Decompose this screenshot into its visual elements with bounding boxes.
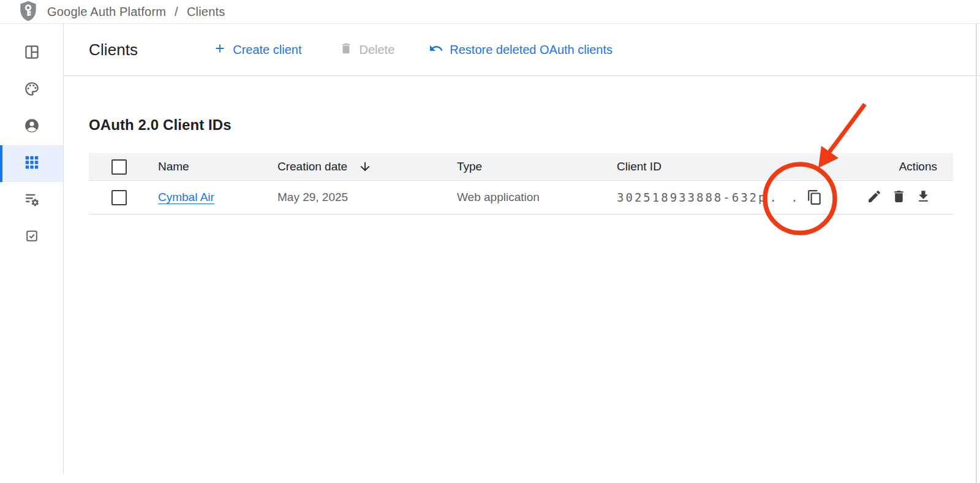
sidebar-item-audience[interactable]	[0, 108, 63, 145]
delete-button[interactable]: Delete	[339, 42, 394, 58]
trash-icon	[891, 189, 907, 206]
page-header: Clients Create client Delete Restore del…	[64, 24, 980, 76]
table-header-row: Name Creation date Type Client ID Action…	[89, 153, 953, 181]
restore-clients-button[interactable]: Restore deleted OAuth clients	[429, 41, 612, 59]
undo-icon	[429, 41, 443, 59]
breadcrumb-separator: /	[175, 5, 178, 19]
column-header-name[interactable]: Name	[158, 160, 277, 173]
table-row: Cymbal Air May 29, 2025 Web application …	[89, 181, 953, 215]
sidebar	[0, 24, 64, 474]
breadcrumb-page: Clients	[187, 5, 225, 19]
row-checkbox[interactable]	[111, 190, 127, 205]
oauth-clients-table: Name Creation date Type Client ID Action…	[89, 153, 953, 215]
column-header-actions: Actions	[862, 160, 953, 173]
breadcrumb-product[interactable]: Google Auth Platform	[47, 5, 166, 19]
download-icon	[916, 189, 931, 206]
creation-date-cell: May 29, 2025	[277, 191, 457, 204]
client-id-ellipsis: . .	[769, 191, 801, 204]
column-header-type[interactable]: Type	[457, 160, 617, 173]
breadcrumb: Google Auth Platform / Clients	[47, 5, 225, 19]
dashboard-icon	[24, 44, 40, 63]
checkbox-check-icon	[24, 229, 39, 246]
section-title: OAuth 2.0 Client IDs	[89, 116, 980, 134]
person-icon	[24, 118, 40, 136]
list-gear-icon	[24, 191, 40, 210]
sidebar-item-overview[interactable]	[0, 35, 63, 72]
sort-descending-icon	[358, 160, 372, 173]
create-client-button[interactable]: Create client	[213, 42, 301, 58]
palette-icon	[24, 81, 40, 99]
download-client-button[interactable]	[916, 189, 931, 206]
type-cell: Web application	[457, 191, 617, 204]
client-name-link[interactable]: Cymbal Air	[158, 191, 214, 203]
sidebar-item-branding[interactable]	[0, 72, 63, 108]
client-id-cell: 302518933888-632p . .	[617, 189, 862, 205]
client-id-value: 302518933888-632p	[617, 191, 767, 204]
top-bar: Google Auth Platform / Clients	[0, 0, 980, 24]
main-content: Clients Create client Delete Restore del…	[64, 24, 980, 483]
column-header-creation-date[interactable]: Creation date	[277, 160, 457, 173]
trash-icon	[339, 42, 353, 58]
column-header-client-id[interactable]: Client ID	[617, 160, 862, 173]
page-title: Clients	[89, 40, 138, 59]
shield-key-icon	[18, 1, 38, 23]
grid-apps-icon	[24, 154, 40, 173]
sidebar-item-clients[interactable]	[0, 145, 63, 182]
sidebar-item-verification[interactable]	[0, 219, 63, 256]
select-all-checkbox[interactable]	[111, 159, 127, 175]
pencil-icon	[867, 189, 882, 206]
edit-client-button[interactable]	[867, 189, 882, 206]
content-right-divider	[976, 23, 977, 483]
plus-icon	[213, 42, 227, 58]
copy-client-id-button[interactable]	[807, 189, 823, 205]
sidebar-item-data-access[interactable]	[0, 182, 63, 219]
delete-client-button[interactable]	[891, 189, 907, 206]
